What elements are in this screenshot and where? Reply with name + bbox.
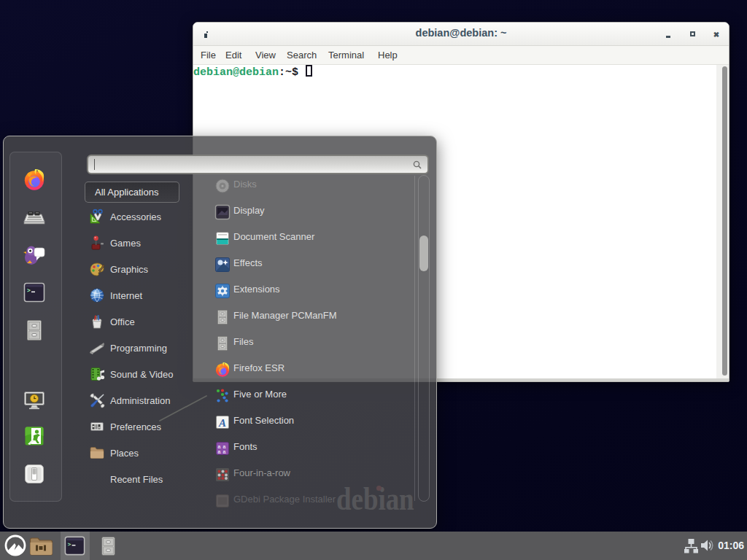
svg-text:A: A — [218, 417, 226, 429]
svg-text:>: > — [68, 541, 71, 548]
svg-text:a: a — [223, 444, 226, 449]
svg-text:a: a — [218, 449, 221, 454]
svg-text:>: > — [27, 287, 31, 294]
svg-text:a: a — [218, 444, 221, 449]
svg-text:a: a — [223, 449, 226, 454]
